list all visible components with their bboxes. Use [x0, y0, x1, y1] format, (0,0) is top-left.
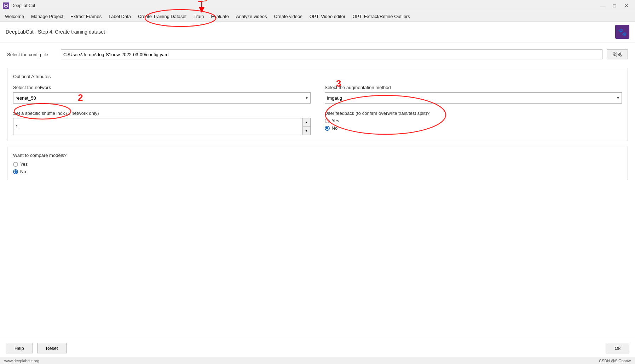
svg-point-2 [5, 5, 7, 6]
title-bar-title: DeepLabCut [11, 3, 35, 8]
compare-models-radio-group: Yes No [13, 162, 622, 174]
config-input[interactable] [61, 49, 602, 59]
compare-no-option[interactable]: No [13, 169, 622, 174]
menu-item-create-videos[interactable]: Create videos [271, 12, 306, 20]
augmentation-label: Select the augmentation method [325, 85, 622, 90]
shuffle-spinner-wrap: ▲ ▼ [13, 118, 311, 135]
page-header: DeepLabCut - Step 4. Create training dat… [0, 22, 635, 42]
menu-item-create-training-dataset[interactable]: Create Training Dataset [134, 12, 190, 20]
user-feedback-yes-label: Yes [332, 118, 339, 123]
user-feedback-radio-group: Yes No [325, 118, 622, 131]
config-label: Select the config file [7, 52, 57, 57]
menu-item-opt-extract-refine[interactable]: OPT: Extract/Refine Outliers [349, 12, 414, 20]
augmentation-select-wrapper: imgaug default tensorpack deterministic [325, 92, 622, 104]
menu-item-manage-project[interactable]: Manage Project [28, 12, 67, 20]
network-label: Select the network [13, 85, 311, 90]
compare-no-label: No [20, 169, 26, 174]
network-augmentation-row: Select the network resnet_50 resnet_101 … [13, 85, 622, 104]
user-feedback-no-dot [326, 127, 328, 129]
compare-yes-label: Yes [20, 162, 28, 167]
reset-button[interactable]: Reset [37, 343, 67, 353]
augmentation-select[interactable]: imgaug default tensorpack deterministic [325, 92, 622, 104]
compare-yes-radio[interactable] [13, 162, 18, 167]
menu-item-extract-frames[interactable]: Extract Frames [67, 12, 105, 20]
shuffle-spinner-buttons: ▲ ▼ [302, 118, 310, 135]
title-bar-left: DeepLabCut [3, 2, 35, 9]
title-bar: DeepLabCut — □ ✕ [0, 0, 635, 11]
minimize-button[interactable]: — [597, 2, 608, 9]
menu-item-analyze-videos[interactable]: Analyze videos [232, 12, 270, 20]
menu-item-welcome[interactable]: Welcome [1, 12, 28, 20]
shuffle-increment-button[interactable]: ▲ [303, 118, 310, 127]
user-feedback-no-label: No [332, 125, 338, 131]
shuffle-feedback-row: Set a specific shuffle indx (1 network o… [13, 111, 622, 135]
browse-button[interactable]: 浏览 [607, 49, 628, 59]
help-button[interactable]: Help [6, 343, 33, 353]
user-feedback-yes-radio[interactable] [325, 118, 330, 123]
compare-models-box: Want to compare models? Yes No [7, 147, 628, 180]
menu-bar: Welcome Manage Project Extract Frames La… [0, 11, 635, 22]
shuffle-decrement-button[interactable]: ▼ [303, 127, 310, 135]
main-content: Select the config file 浏览 Optional Attri… [0, 42, 635, 339]
shuffle-label: Set a specific shuffle indx (1 network o… [13, 111, 311, 116]
user-feedback-yes-option[interactable]: Yes [325, 118, 622, 123]
menu-item-evaluate[interactable]: Evaluate [207, 12, 232, 20]
compare-models-label: Want to compare models? [13, 153, 622, 158]
footer: Help Reset Ok [0, 339, 635, 357]
compare-no-radio[interactable] [13, 169, 18, 174]
user-feedback-no-radio[interactable] [325, 126, 330, 131]
user-feedback-no-option[interactable]: No [325, 125, 622, 131]
status-attribution: CSDN @SlOooow [599, 359, 631, 363]
network-col: Select the network resnet_50 resnet_101 … [13, 85, 311, 104]
status-bar: www.deeplabcut.org CSDN @SlOooow [0, 357, 635, 364]
shuffle-col: Set a specific shuffle indx (1 network o… [13, 111, 311, 135]
menu-item-train[interactable]: Train [190, 12, 207, 20]
config-row: Select the config file 浏览 [7, 49, 628, 59]
app-icon [3, 2, 9, 9]
optional-legend: Optional Attributes [13, 74, 622, 79]
shuffle-input[interactable] [13, 118, 302, 135]
network-select[interactable]: resnet_50 resnet_101 resnet_152 mobilene… [13, 92, 311, 104]
footer-left: Help Reset [6, 343, 67, 353]
title-bar-controls: — □ ✕ [597, 2, 632, 9]
menu-item-opt-video-editor[interactable]: OPT: Video editor [306, 12, 349, 20]
optional-attributes-box: Optional Attributes Select the network r… [7, 68, 628, 141]
augmentation-col: Select the augmentation method imgaug de… [325, 85, 622, 104]
network-select-wrapper: resnet_50 resnet_101 resnet_152 mobilene… [13, 92, 311, 104]
menu-item-label-data[interactable]: Label Data [105, 12, 134, 20]
svg-text:🐾: 🐾 [618, 28, 627, 36]
compare-yes-option[interactable]: Yes [13, 162, 622, 167]
app-logo: 🐾 [615, 25, 629, 39]
user-feedback-label: User feedback (to confirm overwrite trai… [325, 111, 622, 116]
page-header-title: DeepLabCut - Step 4. Create training dat… [6, 29, 105, 35]
compare-no-dot [15, 170, 17, 173]
ok-button[interactable]: Ok [606, 343, 629, 353]
user-feedback-col: User feedback (to confirm overwrite trai… [325, 111, 622, 135]
maximize-button[interactable]: □ [609, 2, 620, 9]
status-url: www.deeplabcut.org [4, 359, 39, 363]
close-button[interactable]: ✕ [621, 2, 632, 9]
